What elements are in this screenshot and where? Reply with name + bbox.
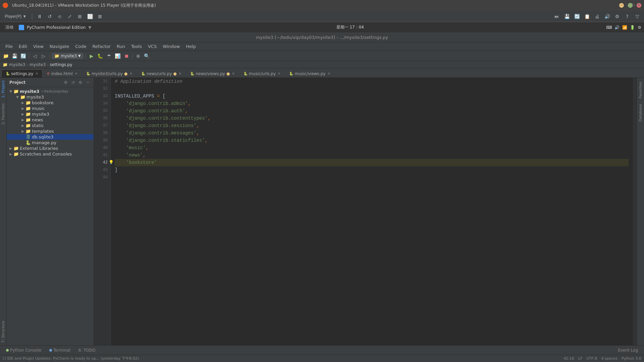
volume-button[interactable]: 🔊 <box>603 12 611 20</box>
tree-item-static[interactable]: ▶ 📁 static <box>7 123 94 128</box>
tab-music-views[interactable]: 🐍 music/views.py ✕ <box>285 69 334 77</box>
fast-forward-button[interactable]: ⏭ <box>553 12 561 20</box>
profile-icon[interactable]: 📊 <box>114 52 121 60</box>
status-encoding[interactable]: UTF-8 <box>586 356 597 361</box>
project-label[interactable]: 1: Project <box>0 78 6 101</box>
structure-label[interactable]: 7: Structure <box>0 318 6 345</box>
volume-indicator[interactable]: 🔊 <box>614 25 620 30</box>
project-collapse-icon[interactable]: ─ <box>85 79 91 85</box>
status-indent[interactable]: 4 spaces <box>601 356 618 361</box>
tab-close-index[interactable]: ✕ <box>75 72 77 75</box>
save-icon[interactable]: 💾 <box>11 52 18 60</box>
network-indicator[interactable]: 📶 <box>622 25 627 30</box>
project-dropdown[interactable]: 📁 mysite3 ▼ <box>52 53 84 59</box>
menu-code[interactable]: Code <box>72 43 89 50</box>
tab-index-html[interactable]: ⚙ index.html ✕ <box>43 69 82 77</box>
breadcrumb-root[interactable]: 📁 <box>3 62 8 67</box>
keyboard-indicator[interactable]: ⌨ <box>606 25 612 30</box>
run-icon[interactable]: ▶ <box>88 52 95 60</box>
breadcrumb-settings-py[interactable]: settings.py <box>50 62 72 67</box>
settings-indicator[interactable]: ⚙ <box>638 25 641 30</box>
menu-refactor[interactable]: Refactor <box>90 43 113 50</box>
status-position[interactable]: 42:16 <box>564 356 574 361</box>
activities-button[interactable]: 活动 <box>3 24 16 31</box>
code-area[interactable]: 31 32 33 34 35 36 37 38 39 40 41 42 43 4… <box>94 78 637 345</box>
sync-icon[interactable]: 🔄 <box>19 52 27 60</box>
tree-item-scratches[interactable]: ▶ 📁 Scratches and Consoles <box>7 151 94 157</box>
menu-vcs[interactable]: VCS <box>145 43 159 50</box>
tree-item-manage[interactable]: 🐍 manage.py <box>7 140 94 145</box>
code-editor[interactable]: 31 32 33 34 35 36 37 38 39 40 41 42 43 4… <box>94 78 637 345</box>
menu-tools[interactable]: Tools <box>128 43 145 50</box>
bottom-tab-python-console[interactable]: Python Console <box>3 347 45 353</box>
power-indicator[interactable]: 🔋 <box>630 25 635 30</box>
menu-navigate[interactable]: Navigate <box>47 43 72 50</box>
back-icon[interactable]: ◁ <box>31 52 39 60</box>
tree-item-mysite3-sub[interactable]: ▶ 📁 mysite3 <box>7 111 94 117</box>
tab-close-news-views[interactable]: ✕ <box>232 72 234 75</box>
event-log-tab[interactable]: Event Log <box>614 347 641 353</box>
tree-item-templates[interactable]: ▶ 📁 templates <box>7 128 94 134</box>
header-icon-3[interactable]: ⊡ <box>637 2 641 7</box>
project-settings-icon[interactable]: ⚙ <box>63 79 69 85</box>
tree-item-music[interactable]: ▶ 📁 music <box>7 106 94 111</box>
forward-icon[interactable]: ▷ <box>40 52 47 60</box>
favorites-label[interactable]: 2: Favorites <box>0 101 6 127</box>
tab-settings-py[interactable]: 🐍 settings.py ✕ <box>1 69 43 77</box>
tree-item-bookstore[interactable]: ▶ 📁 bookstore <box>7 100 94 106</box>
tab-news-urls[interactable]: 🐍 news/urls.py ● ✕ <box>137 69 186 77</box>
restore-snapshot-button[interactable]: 🔄 <box>573 12 581 20</box>
status-line-ending[interactable]: LF <box>578 356 582 361</box>
header-icon-2[interactable]: ▷ <box>632 2 635 7</box>
tree-root[interactable]: ▼ 📁 mysite3 ~/tedu/vip/day <box>7 88 94 94</box>
tree-item-ext-libs[interactable]: ▶ 📁 External Libraries <box>7 145 94 151</box>
player-menu-button[interactable]: Player(P) ▼ <box>3 13 29 19</box>
tree-item-mysite3[interactable]: ▼ 📁 mysite3 <box>7 94 94 100</box>
settings-button[interactable]: ⊠ <box>96 12 104 20</box>
reset-button[interactable]: ↺ <box>46 12 54 20</box>
minimize-button[interactable]: ─ <box>619 3 624 8</box>
code-content[interactable]: # Application definition INSTALLED_APPS … <box>111 78 633 345</box>
bottom-tab-todo[interactable]: 6: TODO <box>75 347 99 353</box>
tab-music-urls[interactable]: 🐍 music/urls.py ✕ <box>239 69 285 77</box>
header-icon-1[interactable]: ◁ <box>627 2 630 7</box>
menu-window[interactable]: Window <box>160 43 182 50</box>
right-tab-database[interactable]: Database <box>638 101 643 124</box>
tab-close-mysite3-urls[interactable]: ✕ <box>129 72 132 75</box>
help-button[interactable]: ? <box>623 12 631 20</box>
status-python[interactable]: Python 3.6 <box>622 356 641 361</box>
unity-button[interactable]: ⊞ <box>76 12 84 20</box>
right-tab-favorites[interactable]: Favorites <box>638 79 643 101</box>
project-sync-icon[interactable]: ↺ <box>70 79 76 85</box>
more-button[interactable]: ▽ <box>633 12 641 20</box>
fullscreen-button[interactable]: ⤢ <box>66 12 74 20</box>
prefs-button[interactable]: ⚙ <box>613 12 621 20</box>
tab-news-views[interactable]: 🐍 news/views.py ● ✕ <box>186 69 239 77</box>
menu-view[interactable]: View <box>31 43 46 50</box>
bottom-tab-terminal[interactable]: Terminal <box>46 347 74 353</box>
send-ctrl-alt-del-button[interactable]: ⎋ <box>56 12 64 20</box>
manage-snapshots-button[interactable]: 📋 <box>583 12 591 20</box>
menu-file[interactable]: File <box>3 43 15 50</box>
tab-mysite3-urls[interactable]: 🐍 mysite3/urls.py ● ✕ <box>82 69 137 77</box>
tree-item-news[interactable]: ▶ 📁 news <box>7 117 94 123</box>
tab-close-news-urls[interactable]: ✕ <box>179 72 181 75</box>
menu-run[interactable]: Run <box>114 43 128 50</box>
vcs-icon[interactable]: ⊕ <box>135 52 142 60</box>
breadcrumb-mysite3-2[interactable]: mysite3 <box>30 62 46 67</box>
stop-icon[interactable]: ⏹ <box>123 52 130 60</box>
tree-item-db[interactable]: 🗄 db.sqlite3 <box>7 134 94 140</box>
open-folder-icon[interactable]: 📁 <box>2 52 9 60</box>
project-gear-icon[interactable]: ⚙ <box>77 79 84 85</box>
print-button[interactable]: 🖨 <box>593 12 601 20</box>
search-everywhere-icon[interactable]: 🔍 <box>143 52 151 60</box>
coverage-icon[interactable]: ☂ <box>105 52 113 60</box>
menu-edit[interactable]: Edit <box>16 43 30 50</box>
debug-icon[interactable]: 🐛 <box>97 52 104 60</box>
vertical-scrollbar[interactable] <box>633 78 637 345</box>
tab-close-settings[interactable]: ✕ <box>35 72 38 75</box>
menu-help[interactable]: Help <box>183 43 199 50</box>
tab-close-music-urls[interactable]: ✕ <box>278 72 280 75</box>
breadcrumb-mysite3-1[interactable]: mysite3 <box>9 62 25 67</box>
pycharm-taskbar-item[interactable]: PyCharm Professional Edition ▼ <box>16 24 94 31</box>
